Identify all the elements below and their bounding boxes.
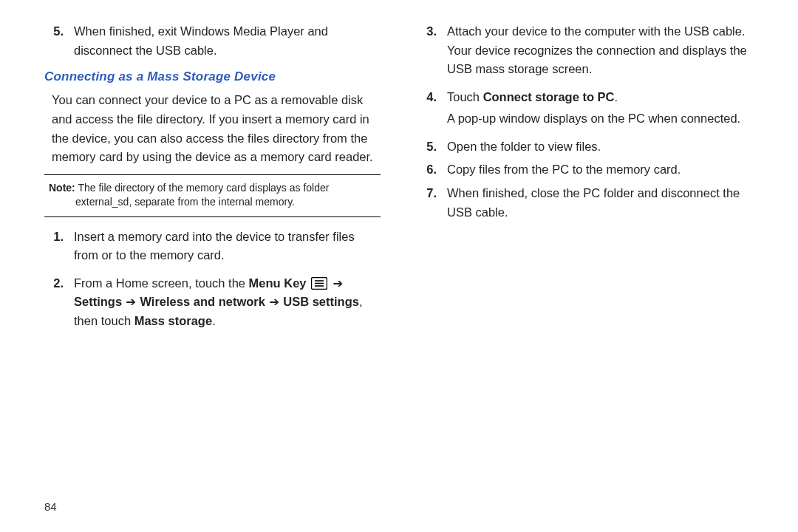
arrow-icon: ➔	[122, 295, 140, 309]
two-column-layout: 5. When finished, exit Windows Media Pla…	[44, 22, 754, 335]
step-text: From a Home screen, touch the Menu Key ➔…	[74, 274, 381, 331]
step-5-prev-section: 5. When finished, exit Windows Media Pla…	[44, 22, 381, 60]
divider-bottom	[44, 216, 381, 217]
step-2: 2. From a Home screen, touch the Menu Ke…	[44, 274, 381, 331]
step-number: 1.	[44, 228, 74, 265]
intro-paragraph: You can connect your device to a PC as a…	[44, 91, 381, 166]
step-text: Insert a memory card into the device to …	[74, 228, 381, 265]
wireless-label: Wireless and network	[140, 295, 265, 308]
step-number: 7.	[417, 184, 447, 222]
settings-label: Settings	[74, 295, 122, 308]
note-text: The file directory of the memory card di…	[75, 182, 329, 208]
step-text: When finished, exit Windows Media Player…	[74, 22, 381, 60]
step-text: Touch Connect storage to PC. A pop-up wi…	[447, 88, 754, 129]
menu-key-icon	[311, 277, 327, 290]
right-column: 3. Attach your device to the computer wi…	[417, 22, 754, 335]
step-5: 5. Open the folder to view files.	[417, 137, 754, 157]
text-fragment: .	[614, 90, 618, 103]
step-3: 3. Attach your device to the computer wi…	[417, 22, 754, 79]
step-number: 5.	[44, 22, 74, 60]
arrow-icon: ➔	[265, 295, 283, 309]
step-text: Attach your device to the computer with …	[447, 22, 754, 79]
step-text: Open the folder to view files.	[447, 137, 754, 157]
left-column: 5. When finished, exit Windows Media Pla…	[44, 22, 381, 335]
step-7: 7. When finished, close the PC folder an…	[417, 184, 754, 222]
text-fragment: From a Home screen, touch the	[74, 276, 249, 290]
step-text: When finished, close the PC folder and d…	[447, 184, 754, 222]
text-fragment: Touch	[447, 90, 483, 103]
text-fragment: .	[212, 314, 216, 327]
page-number: 84	[44, 500, 57, 513]
section-heading: Connecting as a Mass Storage Device	[44, 67, 381, 86]
mass-storage-label: Mass storage	[134, 314, 212, 327]
note-block: Note: The file directory of the memory c…	[44, 180, 381, 214]
manual-page: 5. When finished, exit Windows Media Pla…	[0, 0, 798, 532]
step-number: 2.	[44, 274, 74, 331]
step-number: 4.	[417, 88, 447, 129]
step-text: Copy files from the PC to the memory car…	[447, 160, 754, 180]
usb-settings-label: USB settings	[283, 295, 359, 308]
menu-key-label: Menu Key	[249, 276, 307, 290]
arrow-icon: ➔	[329, 276, 343, 290]
step-4: 4. Touch Connect storage to PC. A pop-up…	[417, 88, 754, 129]
text-fragment: A pop-up window displays on the PC when …	[447, 112, 740, 125]
step-1: 1. Insert a memory card into the device …	[44, 228, 381, 265]
note-label: Note:	[49, 182, 75, 194]
step-number: 6.	[417, 160, 447, 180]
step-6: 6. Copy files from the PC to the memory …	[417, 160, 754, 180]
connect-storage-label: Connect storage to PC	[483, 90, 615, 103]
step-number: 5.	[417, 137, 447, 157]
divider-top	[44, 174, 381, 175]
step-number: 3.	[417, 22, 447, 79]
